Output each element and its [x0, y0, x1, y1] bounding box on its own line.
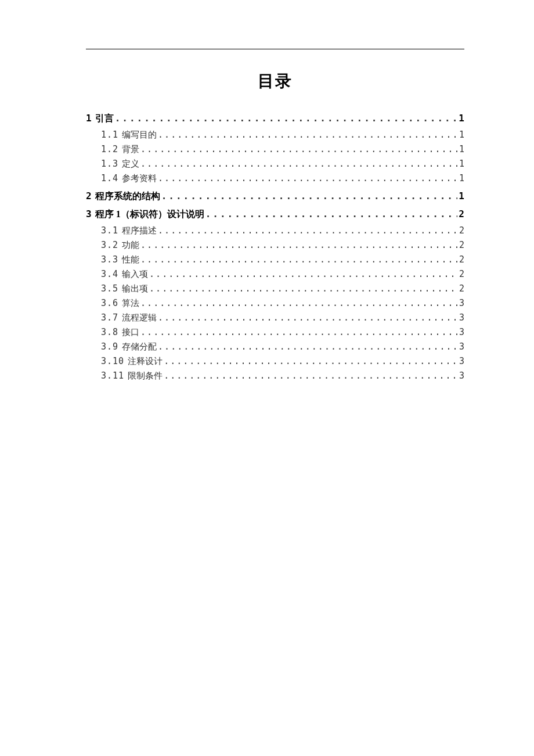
toc-number: 3.9: [101, 340, 118, 354]
toc-entry: 3.6算法 ..................................…: [86, 296, 464, 310]
toc-entry: 3.2功能 ..................................…: [86, 238, 464, 252]
toc-number: 3.11: [101, 369, 124, 383]
toc-text: 算法: [122, 296, 139, 310]
toc-leader-dots: ........................................…: [140, 157, 458, 171]
toc-entry: 2程序系统的结构 ...............................…: [86, 189, 464, 204]
toc-entry: 3.3性能 ..................................…: [86, 253, 464, 267]
toc-entry: 1.4参考资料 ................................…: [86, 171, 464, 185]
toc-entry: 3程序 1（标识符）设计说明 .........................…: [86, 207, 464, 222]
toc-text: 程序 1（标识符）设计说明: [95, 207, 204, 222]
toc-text: 参考资料: [122, 171, 157, 185]
toc-number: 3.6: [101, 296, 118, 310]
toc-page-number: 1: [459, 128, 464, 142]
toc-text: 背景: [122, 142, 139, 156]
toc-number: 3.3: [101, 253, 118, 267]
toc-page-number: 3: [459, 340, 464, 354]
toc-entry: 3.1程序描述 ................................…: [86, 224, 464, 237]
toc-page-number: 1: [459, 189, 464, 204]
toc-list: 1引言 ....................................…: [86, 111, 464, 383]
toc-leader-dots: ........................................…: [140, 325, 458, 339]
toc-leader-dots: ........................................…: [140, 238, 458, 252]
toc-text: 编写目的: [122, 128, 157, 142]
toc-number: 3.10: [101, 354, 124, 368]
toc-text: 输入项: [122, 267, 148, 281]
toc-leader-dots: ........................................…: [149, 267, 458, 281]
toc-leader-dots: ........................................…: [158, 224, 458, 237]
toc-text: 程序描述: [122, 224, 157, 237]
toc-text: 流程逻辑: [122, 311, 157, 325]
toc-text: 存储分配: [122, 340, 157, 354]
toc-leader-dots: ........................................…: [140, 296, 458, 310]
toc-leader-dots: ........................................…: [158, 340, 458, 354]
toc-page-number: 2: [459, 224, 464, 237]
toc-entry: 3.11限制条件 ...............................…: [86, 369, 464, 383]
toc-entry: 3.10注释设计 ...............................…: [86, 354, 464, 368]
toc-page-number: 2: [459, 207, 464, 222]
toc-leader-dots: ........................................…: [149, 282, 458, 296]
toc-page-number: 1: [459, 171, 464, 185]
toc-page-number: 3: [459, 325, 464, 339]
toc-page-number: 3: [459, 369, 464, 383]
toc-page-number: 3: [459, 311, 464, 325]
toc-entry: 3.8接口 ..................................…: [86, 325, 464, 339]
toc-text: 性能: [122, 253, 139, 267]
toc-entry: 3.4输入项 .................................…: [86, 267, 464, 281]
toc-leader-dots: ........................................…: [158, 171, 458, 185]
toc-text: 引言: [95, 111, 114, 126]
top-rule: [86, 49, 464, 49]
toc-number: 1.3: [101, 157, 118, 171]
toc-number: 3.1: [101, 224, 118, 237]
toc-page-number: 2: [459, 238, 464, 252]
toc-number: 1: [86, 111, 92, 126]
toc-entry: 1.3定义 ..................................…: [86, 157, 464, 171]
toc-page-number: 3: [459, 354, 464, 368]
toc-number: 3.5: [101, 282, 118, 296]
toc-entry: 3.7流程逻辑 ................................…: [86, 311, 464, 325]
toc-page-number: 2: [459, 253, 464, 267]
toc-leader-dots: ........................................…: [158, 128, 458, 142]
toc-text: 程序系统的结构: [95, 189, 160, 204]
toc-number: 1.4: [101, 171, 118, 185]
toc-text: 输出项: [122, 282, 148, 296]
toc-leader-dots: ........................................…: [115, 111, 458, 126]
toc-page-number: 3: [459, 296, 464, 310]
toc-title: 目录: [86, 70, 464, 92]
toc-text: 限制条件: [128, 369, 163, 383]
toc-leader-dots: ........................................…: [140, 253, 458, 267]
toc-page-number: 2: [459, 282, 464, 296]
toc-number: 3.7: [101, 311, 118, 325]
toc-entry: 1.2背景 ..................................…: [86, 142, 464, 156]
toc-leader-dots: ........................................…: [205, 207, 458, 222]
toc-leader-dots: ........................................…: [161, 189, 458, 204]
toc-text: 接口: [122, 325, 139, 339]
toc-text: 注释设计: [128, 354, 163, 368]
toc-number: 3.8: [101, 325, 118, 339]
toc-page-number: 2: [459, 267, 464, 281]
toc-number: 2: [86, 189, 92, 204]
toc-number: 3: [86, 207, 92, 222]
toc-number: 1.2: [101, 142, 118, 156]
toc-text: 功能: [122, 238, 139, 252]
toc-entry: 1引言 ....................................…: [86, 111, 464, 126]
toc-leader-dots: ........................................…: [140, 142, 458, 156]
toc-text: 定义: [122, 157, 139, 171]
toc-entry: 1.1编写目的 ................................…: [86, 128, 464, 142]
toc-number: 1.1: [101, 128, 118, 142]
toc-page-number: 1: [459, 157, 464, 171]
toc-page-number: 1: [459, 111, 464, 126]
toc-leader-dots: ........................................…: [158, 311, 458, 325]
toc-leader-dots: ........................................…: [164, 369, 458, 383]
toc-number: 3.4: [101, 267, 118, 281]
toc-page-number: 1: [459, 142, 464, 156]
toc-leader-dots: ........................................…: [164, 354, 458, 368]
toc-number: 3.2: [101, 238, 118, 252]
page-container: 目录 1引言 .................................…: [0, 0, 534, 383]
toc-entry: 3.9存储分配 ................................…: [86, 340, 464, 354]
toc-entry: 3.5输出项 .................................…: [86, 282, 464, 296]
